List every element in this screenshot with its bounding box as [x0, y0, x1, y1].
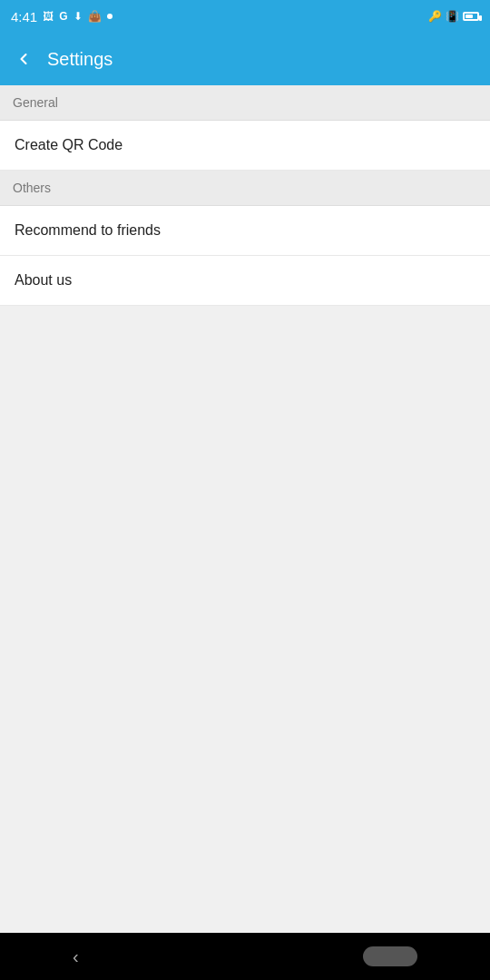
key-icon: 🔑 [428, 10, 442, 23]
bottom-home-pill[interactable] [363, 946, 417, 966]
menu-item-create-qr[interactable]: Create QR Code [0, 121, 490, 171]
bottom-back-button[interactable]: ‹ [73, 946, 79, 967]
menu-item-recommend[interactable]: Recommend to friends [0, 206, 490, 256]
gallery-icon: 🖼 [43, 10, 54, 23]
toolbar: Settings [0, 33, 490, 85]
notification-dot-icon [107, 14, 113, 19]
section-header-general-label: General [13, 95, 58, 110]
google-icon: G [59, 10, 67, 23]
status-bar-left: 4:41 🖼 G ⬇ 👜 [11, 9, 113, 24]
menu-item-recommend-label: Recommend to friends [15, 222, 161, 239]
wallet-icon: 👜 [88, 10, 102, 23]
vibrate-icon: 📳 [446, 10, 459, 23]
menu-item-about-label: About us [15, 272, 72, 289]
status-bar-right: 🔑 📳 [428, 10, 479, 23]
back-button[interactable] [15, 50, 33, 68]
page-title: Settings [47, 49, 113, 70]
bottom-nav: ‹ [0, 933, 490, 980]
status-time: 4:41 [11, 9, 37, 24]
content-area: General Create QR Code Others Recommend … [0, 85, 490, 306]
download-icon: ⬇ [74, 10, 83, 23]
menu-item-about[interactable]: About us [0, 256, 490, 306]
battery-icon [463, 12, 479, 21]
section-header-general: General [0, 85, 490, 121]
status-bar: 4:41 🖼 G ⬇ 👜 🔑 📳 [0, 0, 490, 33]
menu-item-create-qr-label: Create QR Code [15, 137, 122, 153]
section-header-others-label: Others [13, 181, 51, 195]
section-header-others: Others [0, 171, 490, 206]
